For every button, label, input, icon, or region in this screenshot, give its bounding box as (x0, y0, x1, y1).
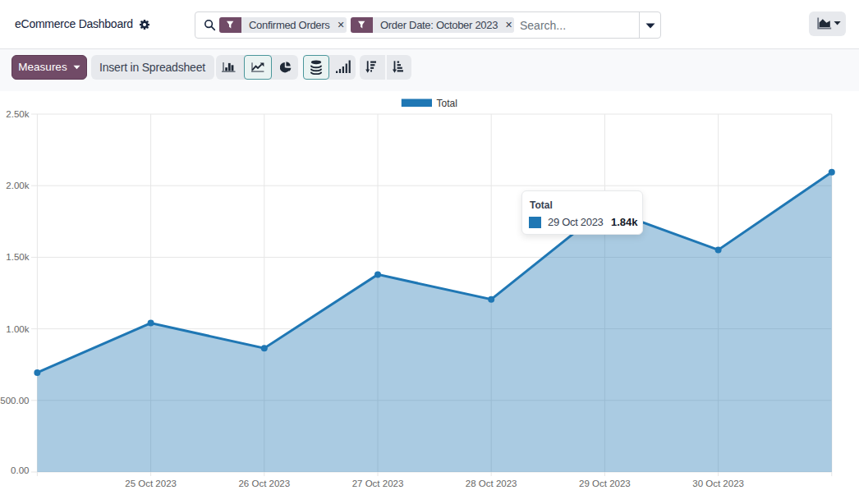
svg-text:1.50k: 1.50k (6, 252, 29, 262)
svg-text:2.00k: 2.00k (6, 181, 29, 190)
svg-text:30 Oct 2023: 30 Oct 2023 (692, 479, 744, 488)
svg-text:27 Oct 2023: 27 Oct 2023 (352, 479, 404, 488)
svg-text:500.00: 500.00 (0, 396, 29, 405)
svg-text:26 Oct 2023: 26 Oct 2023 (238, 479, 290, 488)
svg-text:29 Oct 2023: 29 Oct 2023 (579, 479, 631, 488)
svg-text:0.00: 0.00 (11, 465, 29, 475)
svg-text:2.50k: 2.50k (6, 109, 29, 119)
svg-text:28 Oct 2023: 28 Oct 2023 (466, 479, 517, 488)
svg-text:1.00k: 1.00k (6, 324, 29, 334)
svg-text:Total: Total (437, 98, 457, 109)
svg-text:25 Oct 2023: 25 Oct 2023 (125, 479, 177, 488)
